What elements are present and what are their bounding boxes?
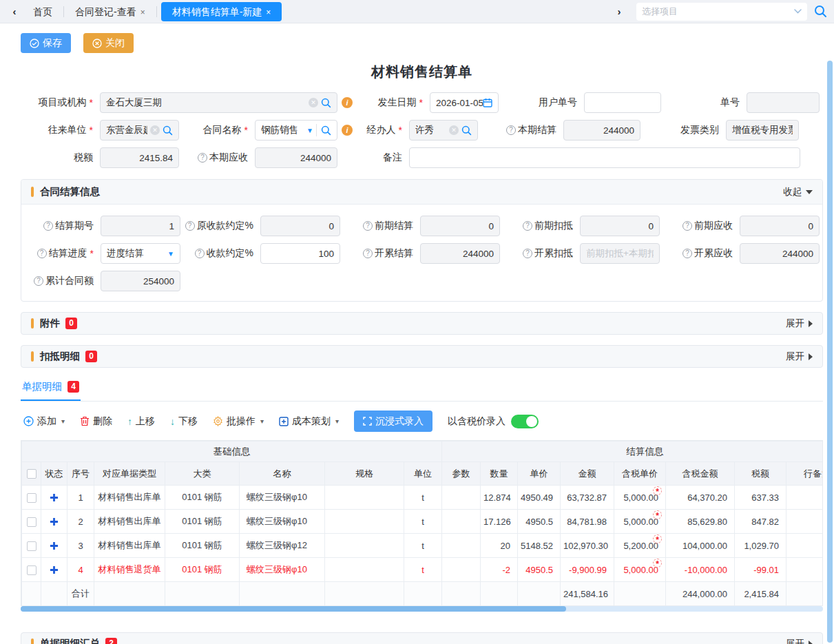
expand-toggle[interactable]: 展开 [786, 638, 813, 644]
move-down-button[interactable]: ↓下移 [170, 415, 198, 428]
counterpart-input[interactable]: 东营金辰建 ✕ [100, 120, 179, 141]
help-icon[interactable]: ? [198, 153, 207, 163]
cell-name[interactable]: 螺纹三级钢φ10 [240, 558, 325, 582]
cell-unit[interactable]: t [404, 534, 442, 558]
cell-seq[interactable]: 2 [67, 510, 94, 534]
cell-qty[interactable]: 12.874 [481, 486, 518, 510]
calendar-icon[interactable] [483, 98, 492, 107]
expand-toggle[interactable]: 展开 [786, 351, 813, 363]
add-button[interactable]: 添加▾ [23, 415, 65, 428]
search-icon[interactable] [163, 125, 173, 136]
cell-price[interactable]: 4950.5 [518, 510, 561, 534]
cell-tax_price[interactable]: *5,000.00 [614, 558, 666, 582]
cell-tax_price[interactable]: *5,000.00 [614, 510, 666, 534]
info-icon[interactable]: i [342, 97, 353, 108]
table-row[interactable]: 4材料销售退货单0101 钢筋螺纹三级钢φ10t-24950.5-9,900.9… [22, 558, 824, 582]
cell-doc_type[interactable]: 材料销售退货单 [94, 558, 165, 582]
user-no-input[interactable] [584, 92, 661, 113]
clear-icon[interactable]: ✕ [309, 98, 318, 107]
row-status-cell[interactable] [41, 558, 67, 582]
cell-tax[interactable]: 1,029.70 [735, 534, 786, 558]
tabs-back-icon[interactable]: ‹ [7, 6, 22, 17]
cell-category[interactable]: 0101 钢筋 [165, 510, 240, 534]
cell-tax_price[interactable]: *5,000.00 [614, 486, 666, 510]
cell-qty[interactable]: 17.126 [481, 510, 518, 534]
project-input[interactable]: 金石大厦三期 ✕ [100, 92, 337, 113]
cell-spec[interactable] [325, 558, 404, 582]
cell-amount[interactable]: 84,781.98 [561, 510, 614, 534]
cell-param[interactable] [442, 510, 481, 534]
cell-amount[interactable]: 102,970.30 [561, 534, 614, 558]
cell-tax_price[interactable]: *5,200.00 [614, 534, 666, 558]
cell-unit[interactable]: t [404, 558, 442, 582]
contract-select[interactable]: 钢筋销售 ▼ [255, 120, 337, 141]
help-icon[interactable]: ? [34, 276, 43, 286]
info-icon[interactable]: i [342, 125, 353, 136]
delete-button[interactable]: 删除 [80, 415, 112, 428]
help-icon[interactable]: ? [523, 221, 532, 231]
collapse-toggle[interactable]: 收起 [783, 186, 813, 198]
tab-contract-view[interactable]: 合同登记-查看× [64, 2, 156, 21]
cell-doc_type[interactable]: 材料销售出库单 [94, 534, 165, 558]
cell-unit[interactable]: t [404, 486, 442, 510]
cell-unit[interactable]: t [404, 510, 442, 534]
project-select[interactable]: 选择项目 [636, 3, 807, 21]
table-row[interactable]: 2材料销售出库单0101 钢筋螺纹三级钢φ10t17.1264950.584,7… [22, 510, 824, 534]
tab-close-icon[interactable]: × [266, 8, 271, 17]
batch-ops-button[interactable]: 批操作▾ [213, 415, 264, 428]
help-icon[interactable]: ? [682, 221, 692, 231]
tabs-forward-icon[interactable]: › [612, 6, 627, 17]
help-icon[interactable]: ? [185, 221, 195, 231]
cell-amount[interactable]: 63,732.87 [561, 486, 614, 510]
help-icon[interactable]: ? [195, 249, 205, 258]
table-row[interactable]: 3材料销售出库单0101 钢筋螺纹三级钢φ12t205148.52102,970… [22, 534, 824, 558]
tab-detail[interactable]: 单据明细 4 [21, 380, 81, 401]
row-status-cell[interactable] [41, 510, 67, 534]
search-icon[interactable] [321, 98, 331, 108]
clear-icon[interactable]: ✕ [449, 125, 459, 135]
cost-plan-button[interactable]: 成本策划▾ [279, 415, 339, 428]
help-icon[interactable]: ? [506, 125, 516, 135]
cell-seq[interactable]: 3 [67, 534, 94, 558]
cell-spec[interactable] [325, 486, 404, 510]
tab-close-icon[interactable]: × [140, 8, 145, 17]
cell-param[interactable] [442, 486, 481, 510]
close-button[interactable]: 关闭 [83, 33, 134, 53]
help-icon[interactable]: ? [363, 221, 373, 231]
help-icon[interactable]: ? [523, 249, 532, 258]
handler-input[interactable]: 许秀 ✕ [409, 120, 478, 141]
cell-param[interactable] [442, 558, 481, 582]
help-icon[interactable]: ? [363, 249, 373, 258]
tab-settlement-new[interactable]: 材料销售结算单-新建× [161, 2, 282, 21]
save-button[interactable]: 保存 [21, 33, 71, 53]
cell-tax[interactable]: 847.82 [735, 510, 786, 534]
table-row[interactable]: 1材料销售出库单0101 钢筋螺纹三级钢φ10t12.8744950.4963,… [22, 486, 824, 510]
help-icon[interactable]: ? [37, 249, 47, 258]
move-up-button[interactable]: ↑上移 [127, 415, 155, 428]
row-checkbox-cell[interactable] [22, 486, 41, 510]
cell-note[interactable] [786, 558, 824, 582]
tab-home[interactable]: 首页 [22, 2, 63, 21]
cell-price[interactable]: 5148.52 [518, 534, 561, 558]
cell-price[interactable]: 4950.5 [518, 558, 561, 582]
cell-tax_amount[interactable]: -10,000.00 [666, 558, 735, 582]
select-all-cell[interactable] [22, 462, 41, 486]
search-icon[interactable] [461, 125, 472, 136]
tax-price-toggle[interactable] [511, 415, 539, 428]
cell-tax_amount[interactable]: 85,629.80 [666, 510, 735, 534]
pay-ratio-input[interactable]: 100 [260, 243, 340, 264]
cell-spec[interactable] [325, 534, 404, 558]
date-input[interactable]: 2026-01-05 [430, 92, 499, 113]
cell-name[interactable]: 螺纹三级钢φ10 [240, 486, 325, 510]
cell-seq[interactable]: 1 [67, 486, 94, 510]
remark-input[interactable] [409, 147, 800, 168]
immersive-entry-button[interactable]: 沉浸式录入 [354, 411, 432, 432]
row-checkbox-cell[interactable] [22, 534, 41, 558]
scrollbar-thumb[interactable] [21, 606, 566, 612]
cell-tax[interactable]: 637.33 [735, 486, 786, 510]
cell-category[interactable]: 0101 钢筋 [165, 486, 240, 510]
vertical-scrollbar[interactable] [827, 61, 833, 643]
expand-toggle[interactable]: 展开 [786, 318, 813, 330]
cell-name[interactable]: 螺纹三级钢φ12 [240, 534, 325, 558]
cell-name[interactable]: 螺纹三级钢φ10 [240, 510, 325, 534]
